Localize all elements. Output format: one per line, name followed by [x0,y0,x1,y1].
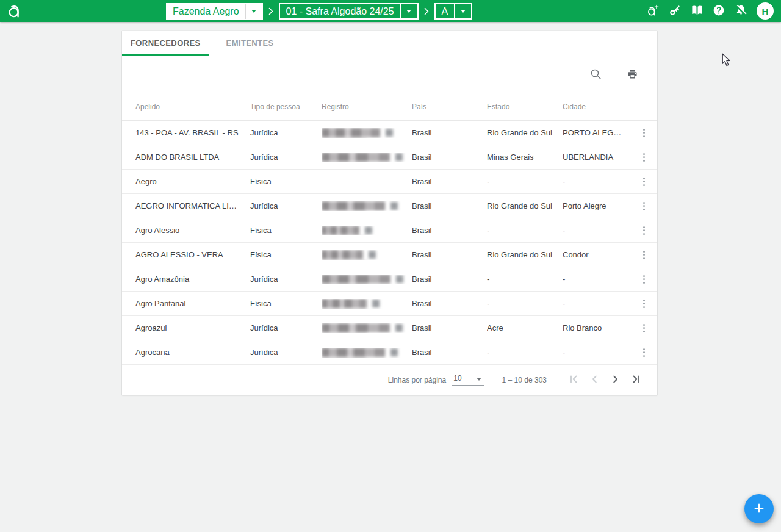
row-cell-cidade: - [563,226,630,235]
suppliers-card: FORNECEDORES EMITENTES Apeli [122,31,657,395]
row-cell-apelido: Agro Amazônia [135,275,250,284]
table-row[interactable]: AEGRO INFORMATICA LIMITA...JurídicaBrasi… [122,194,657,218]
row-cell-tipo: Jurídica [250,201,322,210]
table-toolbar [122,56,657,93]
help-button[interactable] [711,4,726,18]
key-button[interactable] [668,4,682,18]
redacted-registro [322,128,403,138]
previous-page-button[interactable] [588,373,601,386]
row-cell-tipo: Física [250,226,322,235]
row-cell-registro [322,348,412,358]
notifications-off-icon [735,4,747,18]
table-row[interactable]: AGRO ALESSIO - VERAFísicaBrasilRio Grand… [122,243,657,267]
row-cell-apelido: 143 - POA - AV. BRASIL - RS [135,128,250,137]
knowledge-base-button[interactable] [689,4,704,18]
kebab-icon [643,202,645,210]
kebab-icon [643,178,645,186]
add-farm-button[interactable] [646,4,660,18]
row-cell-cidade: - [563,299,630,308]
table-row[interactable]: 143 - POA - AV. BRASIL - RSJurídicaBrasi… [122,121,657,145]
row-menu-button[interactable] [639,320,649,336]
avatar[interactable]: H [757,2,774,20]
pager-controls [567,373,642,386]
caret-down-icon[interactable] [246,4,262,19]
row-menu-button[interactable] [639,198,649,214]
table-row[interactable]: Agro PantanalFísicaBrasil-- [122,292,657,316]
kebab-icon [643,153,645,162]
search-button[interactable] [589,68,602,82]
row-cell-pais: Brasil [412,250,487,259]
table-body: 143 - POA - AV. BRASIL - RSJurídicaBrasi… [122,121,657,365]
tab-emitentes[interactable]: EMITENTES [209,31,291,56]
row-menu-button[interactable] [639,173,649,190]
row-menu-button[interactable] [639,295,649,312]
printer-icon [627,68,638,82]
rows-per-page-select[interactable]: 10 [452,374,483,386]
rows-per-page-value: 10 [453,374,461,383]
notifications-button[interactable] [733,4,748,18]
row-cell-cidade: PORTO ALEGRE [563,128,630,137]
print-button[interactable] [625,68,639,82]
row-menu-button[interactable] [639,149,649,165]
farm-select[interactable]: Fazenda Aegro [166,3,263,20]
breadcrumb-separator-icon [268,7,273,15]
row-menu-button[interactable] [639,246,649,263]
table-row[interactable]: AgrocanaJurídicaBrasil-- [122,340,657,365]
row-cell-registro [322,275,412,284]
column-header-tipo-de-pessoa: Tipo de pessoa [250,102,322,111]
table-row[interactable]: AegroFísicaBrasil-- [122,170,657,194]
mouse-cursor [722,53,732,70]
column-header-estado: Estado [487,102,563,111]
caret-down-icon[interactable] [401,4,417,18]
topbar-actions: H [646,2,775,20]
breadcrumb: Fazenda Aegro 01 - Safra Algodão 24/25 A [166,3,472,20]
row-menu-button[interactable] [639,344,649,361]
book-icon [691,4,704,18]
row-cell-estado: Rio Grande do Sul [487,201,563,210]
first-page-button[interactable] [567,373,580,386]
kebab-icon [643,226,645,235]
row-cell-tipo: Jurídica [250,323,322,332]
row-cell-registro [322,153,412,162]
row-cell-estado: - [487,348,563,357]
next-page-button[interactable] [609,373,622,386]
row-cell-tipo: Jurídica [250,128,322,137]
table-row[interactable]: ADM DO BRASIL LTDAJurídicaBrasilMinas Ge… [122,145,657,170]
redacted-registro [322,226,403,235]
redacted-registro [322,250,403,260]
row-cell-registro [322,323,412,333]
row-menu-button[interactable] [639,124,649,141]
redacted-registro [322,201,403,211]
season-select[interactable]: 01 - Safra Algodão 24/25 [279,3,419,20]
row-cell-pais: Brasil [412,226,487,235]
row-cell-apelido: Agro Pantanal [135,299,250,308]
redacted-registro [322,323,403,333]
row-cell-estado: Minas Gerais [487,153,563,162]
first-page-icon [568,373,580,387]
caret-down-icon[interactable] [455,4,471,18]
redacted-registro [322,275,403,284]
row-cell-estado: Acre [487,323,563,332]
add-supplier-fab[interactable] [744,494,774,523]
table-row[interactable]: Agro AmazôniaJurídicaBrasil-- [122,267,657,292]
row-cell-estado: Rio Grande do Sul [487,128,563,137]
plot-select-label: A [436,4,455,18]
aegro-logo-icon[interactable] [6,2,24,20]
kebab-icon [643,129,645,137]
table-row[interactable]: Agro AlessioFísicaBrasil-- [122,218,657,243]
row-cell-apelido: Agrocana [135,348,250,357]
plot-select[interactable]: A [434,3,473,20]
column-header-cidade: Cidade [563,102,630,111]
last-page-icon [630,373,642,387]
last-page-button[interactable] [630,373,642,386]
row-menu-button[interactable] [639,222,649,239]
row-cell-pais: Brasil [412,177,487,186]
row-menu-button[interactable] [639,271,649,287]
row-cell-estado: Rio Grande do Sul [487,250,563,259]
row-cell-apelido: Agro Alessio [135,226,250,235]
row-cell-cidade: UBERLANDIA [563,153,630,162]
tab-fornecedores[interactable]: FORNECEDORES [122,31,209,56]
column-header-pais: País [412,102,487,111]
row-cell-pais: Brasil [412,201,487,210]
table-row[interactable]: AgroazulJurídicaBrasilAcreRio Branco [122,316,657,340]
